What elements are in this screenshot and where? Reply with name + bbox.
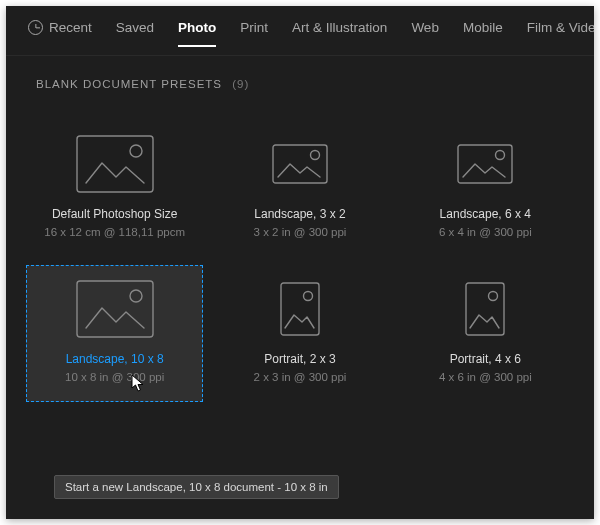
preset-meta: 6 x 4 in @ 300 ppi: [439, 226, 532, 238]
section-count: (9): [232, 78, 249, 90]
svg-point-7: [130, 290, 142, 302]
preset-title: Landscape, 3 x 2: [254, 207, 345, 221]
preset-meta: 10 x 8 in @ 300 ppi: [65, 371, 164, 383]
svg-point-1: [130, 145, 142, 157]
svg-rect-2: [273, 145, 327, 183]
image-icon: [76, 280, 154, 338]
tab-recent-label: Recent: [49, 20, 92, 35]
preset-landscape-6x4[interactable]: Landscape, 6 x 4 6 x 4 in @ 300 ppi: [397, 120, 574, 257]
tab-photo[interactable]: Photo: [178, 20, 216, 45]
preset-title: Default Photoshop Size: [52, 207, 177, 221]
svg-rect-4: [458, 145, 512, 183]
preset-landscape-3x2[interactable]: Landscape, 3 x 2 3 x 2 in @ 300 ppi: [211, 120, 388, 257]
preset-meta: 16 x 12 cm @ 118,11 ppcm: [44, 226, 185, 238]
svg-point-3: [310, 151, 319, 160]
svg-point-9: [303, 292, 312, 301]
section-label: BLANK DOCUMENT PRESETS: [36, 78, 222, 90]
tab-art[interactable]: Art & Illustration: [292, 20, 387, 45]
tab-saved[interactable]: Saved: [116, 20, 154, 45]
preset-meta: 4 x 6 in @ 300 ppi: [439, 371, 532, 383]
svg-rect-0: [77, 136, 153, 192]
image-icon: [465, 282, 505, 336]
preset-meta: 2 x 3 in @ 300 ppi: [254, 371, 347, 383]
section-header: BLANK DOCUMENT PRESETS (9): [6, 56, 594, 100]
tab-mobile[interactable]: Mobile: [463, 20, 503, 45]
preset-default-photoshop-size[interactable]: Default Photoshop Size 16 x 12 cm @ 118,…: [26, 120, 203, 257]
tooltip: Start a new Landscape, 10 x 8 document -…: [54, 475, 339, 499]
svg-rect-6: [77, 281, 153, 337]
preset-portrait-2x3[interactable]: Portrait, 2 x 3 2 x 3 in @ 300 ppi: [211, 265, 388, 402]
clock-icon: [28, 20, 43, 35]
tab-print[interactable]: Print: [240, 20, 268, 45]
svg-point-11: [489, 292, 498, 301]
svg-point-5: [496, 151, 505, 160]
image-icon: [76, 135, 154, 193]
preset-title: Landscape, 6 x 4: [440, 207, 531, 221]
image-icon: [280, 282, 320, 336]
preset-grid: Default Photoshop Size 16 x 12 cm @ 118,…: [6, 100, 594, 402]
image-icon: [457, 144, 513, 184]
preset-title: Landscape, 10 x 8: [66, 352, 164, 366]
preset-portrait-4x6[interactable]: Portrait, 4 x 6 4 x 6 in @ 300 ppi: [397, 265, 574, 402]
preset-landscape-10x8[interactable]: Landscape, 10 x 8 10 x 8 in @ 300 ppi: [26, 265, 203, 402]
preset-meta: 3 x 2 in @ 300 ppi: [254, 226, 347, 238]
new-document-dialog: Recent Saved Photo Print Art & Illustrat…: [6, 6, 594, 519]
tab-recent[interactable]: Recent: [28, 20, 92, 45]
preset-title: Portrait, 4 x 6: [450, 352, 521, 366]
category-tabs: Recent Saved Photo Print Art & Illustrat…: [6, 6, 594, 56]
image-icon: [272, 144, 328, 184]
tab-web[interactable]: Web: [411, 20, 439, 45]
preset-title: Portrait, 2 x 3: [264, 352, 335, 366]
tab-film[interactable]: Film & Video: [527, 20, 594, 45]
